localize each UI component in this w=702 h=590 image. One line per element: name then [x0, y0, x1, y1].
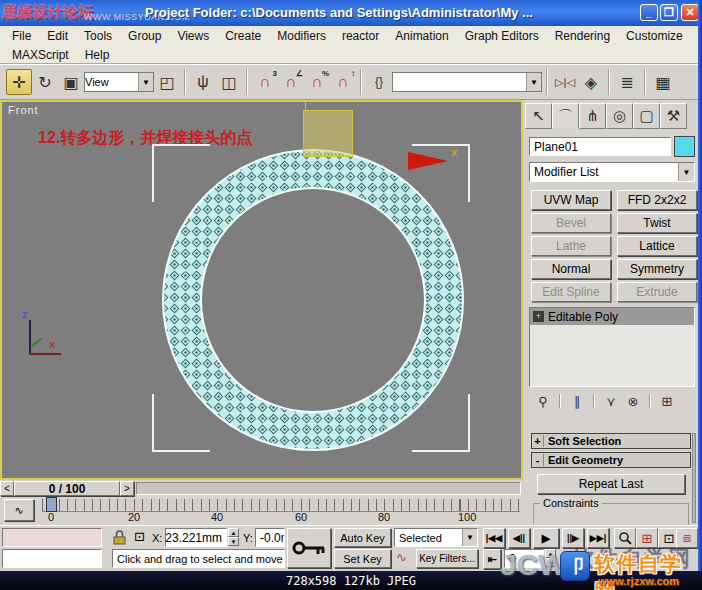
dropdown-arrow-icon[interactable]: ▼: [462, 529, 477, 546]
play-button[interactable]: ▶: [533, 528, 559, 548]
object-name-field[interactable]: Plane01: [529, 137, 671, 156]
title-bar[interactable]: 思缘设计论坛 WWW.MISSYUAN.COM Project Folder: …: [0, 0, 702, 26]
tab-modify-icon[interactable]: ⌒: [552, 103, 579, 129]
menu-rendering[interactable]: Rendering: [547, 29, 618, 43]
mirror-button[interactable]: ▷|◁: [552, 69, 578, 95]
make-unique-icon[interactable]: ⋎: [601, 392, 621, 410]
button-ffd-2x2x2[interactable]: FFD 2x2x2: [617, 190, 697, 210]
button-twist[interactable]: Twist: [617, 213, 697, 233]
show-end-result-icon[interactable]: ∥: [567, 392, 587, 410]
time-back-button[interactable]: <: [0, 481, 14, 496]
selection-set-dropdown[interactable]: Selected ▼: [394, 528, 478, 547]
modifier-list-dropdown[interactable]: Modifier List ▼: [529, 162, 695, 182]
stack-item-editable-poly[interactable]: + Editable Poly: [530, 308, 694, 325]
repeat-last-button[interactable]: Repeat Last: [537, 474, 685, 494]
select-and-manipulate-icon[interactable]: ψ: [190, 69, 216, 95]
expand-icon[interactable]: +: [533, 311, 544, 322]
use-center-icon[interactable]: ◰: [154, 69, 180, 95]
key-filters-button[interactable]: Key Filters...: [416, 549, 478, 568]
menu-help[interactable]: Help: [77, 48, 118, 62]
reference-coordinate-dropdown[interactable]: View ▼: [84, 72, 154, 92]
time-slider-track[interactable]: [136, 482, 521, 495]
x-coord-spinner[interactable]: ▲▼: [228, 528, 239, 546]
tab-hierarchy-icon[interactable]: ⋔: [579, 103, 606, 129]
time-forward-button[interactable]: >: [120, 481, 134, 496]
zoom-all-button[interactable]: ⊞: [636, 528, 658, 548]
menu-customize[interactable]: Customize: [618, 29, 691, 43]
key-mode-toggle-button[interactable]: ⇤: [483, 549, 501, 569]
maxscript-listener-white[interactable]: [2, 549, 102, 568]
select-and-rotate-button[interactable]: ↻: [32, 69, 58, 95]
auto-key-button[interactable]: Auto Key: [334, 528, 391, 547]
modifier-stack-list[interactable]: + Editable Poly: [529, 307, 695, 387]
tab-motion-icon[interactable]: ◎: [606, 103, 633, 129]
named-selection-dropdown[interactable]: ▼: [392, 72, 542, 92]
menu-edit[interactable]: Edit: [39, 29, 76, 43]
zoom-button[interactable]: [614, 528, 636, 548]
x-axis-arrow-icon[interactable]: [408, 152, 448, 170]
tab-display-icon[interactable]: ▢: [633, 103, 660, 129]
select-and-scale-button[interactable]: ▣: [58, 69, 84, 95]
maximize-button[interactable]: ❐: [660, 4, 678, 21]
previous-frame-button[interactable]: ◀||: [508, 528, 530, 548]
frame-spinner[interactable]: ▲▼: [545, 549, 556, 567]
selection-lock-icon[interactable]: [112, 530, 127, 545]
menu-reactor[interactable]: reactor: [334, 29, 387, 43]
select-and-move-button[interactable]: ✛: [6, 69, 32, 95]
maxscript-mini-listener[interactable]: [2, 528, 102, 547]
y-coord-field[interactable]: -0.0m: [255, 528, 285, 547]
absolute-mode-toggle-icon[interactable]: ⊡: [134, 529, 145, 544]
menu-create[interactable]: Create: [217, 29, 269, 43]
uvw-gizmo-region[interactable]: [303, 110, 353, 157]
zoom-extents-all-button[interactable]: ⧈: [676, 528, 698, 548]
viewport-label[interactable]: Front: [8, 104, 39, 116]
menu-maxscript[interactable]: MAXScript: [4, 48, 77, 62]
go-to-end-button[interactable]: ▶▶|: [587, 528, 609, 548]
angle-snap-button[interactable]: ∩ ∠: [278, 69, 304, 95]
dropdown-arrow-icon[interactable]: ▼: [678, 163, 694, 181]
pin-stack-icon[interactable]: ⚲: [533, 392, 553, 410]
percent-snap-button[interactable]: ∩ %: [304, 69, 330, 95]
curve-editor-button[interactable]: ▦: [650, 69, 676, 95]
track-bar-frame-handle[interactable]: [46, 497, 57, 512]
object-color-swatch[interactable]: [674, 136, 695, 157]
button-uvw-map[interactable]: UVW Map: [531, 190, 611, 210]
rollout-soft-selection[interactable]: + Soft Selection: [531, 433, 691, 449]
minimize-button[interactable]: _: [640, 4, 658, 21]
menu-animation[interactable]: Animation: [387, 29, 456, 43]
spinner-snap-button[interactable]: ∩ ↕: [330, 69, 356, 95]
rollout-edit-geometry[interactable]: - Edit Geometry: [531, 452, 691, 468]
snap-toggle-3d-button[interactable]: ∩ 3: [252, 69, 278, 95]
x-coord-field[interactable]: 23.221mm: [165, 528, 227, 547]
time-slider-handle[interactable]: 0 / 100: [14, 481, 120, 496]
current-frame-field[interactable]: 0: [504, 549, 544, 568]
dropdown-arrow-icon[interactable]: ▼: [138, 73, 153, 91]
go-to-start-button[interactable]: |◀◀: [483, 528, 505, 548]
menu-file[interactable]: File: [4, 29, 39, 43]
button-lattice[interactable]: Lattice: [617, 236, 697, 256]
keyboard-override-icon[interactable]: ◫: [216, 69, 242, 95]
configure-modifier-sets-icon[interactable]: ⊞: [657, 392, 677, 410]
menu-views[interactable]: Views: [169, 29, 217, 43]
button-normal[interactable]: Normal: [531, 259, 611, 279]
tab-create-icon[interactable]: ↖: [525, 103, 552, 129]
default-tangent-icon[interactable]: ∿: [396, 550, 407, 565]
layer-manager-button[interactable]: ≣: [614, 69, 640, 95]
viewport-front[interactable]: Front 12.转多边形，并焊接接头的点 x: [0, 100, 523, 480]
menu-graph-editors[interactable]: Graph Editors: [457, 29, 547, 43]
mini-curve-editor-button[interactable]: ∿: [4, 499, 34, 521]
button-symmetry[interactable]: Symmetry: [617, 259, 697, 279]
tab-utilities-icon[interactable]: ⚒: [660, 103, 687, 129]
rollout-scrollbar[interactable]: [692, 433, 696, 523]
named-selection-sets-icon[interactable]: {}: [366, 69, 392, 95]
align-button[interactable]: ◈: [578, 69, 604, 95]
remove-modifier-icon[interactable]: ⊗: [623, 392, 643, 410]
dropdown-arrow-icon[interactable]: ▼: [526, 73, 541, 91]
menu-tools[interactable]: Tools: [76, 29, 120, 43]
menu-group[interactable]: Group: [120, 29, 169, 43]
close-button[interactable]: ✕: [681, 4, 699, 21]
next-frame-button[interactable]: ||▶: [562, 528, 584, 548]
menu-modifiers[interactable]: Modifiers: [269, 29, 334, 43]
track-bar-ruler[interactable]: [42, 499, 520, 512]
set-key-button[interactable]: Set Key: [334, 549, 391, 568]
